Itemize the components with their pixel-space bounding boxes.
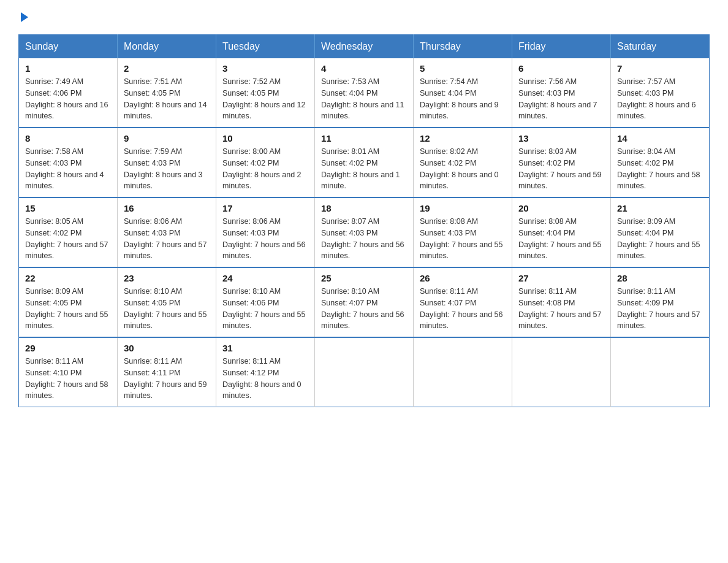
calendar-header-sunday: Sunday (19, 35, 118, 59)
day-number: 18 (321, 203, 407, 213)
day-info: Sunrise: 8:07 AM Sunset: 4:03 PM Dayligh… (321, 216, 407, 262)
calendar-cell: 20 Sunrise: 8:08 AM Sunset: 4:04 PM Dayl… (512, 197, 611, 267)
calendar-cell (315, 337, 414, 407)
day-number: 26 (420, 273, 506, 283)
day-number: 17 (222, 203, 308, 213)
calendar-cell: 6 Sunrise: 7:56 AM Sunset: 4:03 PM Dayli… (512, 58, 611, 128)
day-number: 9 (124, 133, 210, 144)
calendar-cell (512, 337, 611, 407)
day-number: 3 (222, 63, 308, 74)
day-number: 19 (420, 203, 506, 213)
calendar-cell: 19 Sunrise: 8:08 AM Sunset: 4:03 PM Dayl… (414, 197, 512, 267)
day-info: Sunrise: 7:49 AM Sunset: 4:06 PM Dayligh… (25, 76, 111, 122)
day-info: Sunrise: 7:52 AM Sunset: 4:05 PM Dayligh… (222, 76, 308, 122)
calendar-week-row: 1 Sunrise: 7:49 AM Sunset: 4:06 PM Dayli… (19, 58, 710, 128)
calendar-cell: 27 Sunrise: 8:11 AM Sunset: 4:08 PM Dayl… (512, 267, 611, 337)
day-info: Sunrise: 8:08 AM Sunset: 4:04 PM Dayligh… (518, 216, 604, 262)
calendar-cell: 29 Sunrise: 8:11 AM Sunset: 4:10 PM Dayl… (19, 337, 118, 407)
day-number: 16 (124, 203, 210, 213)
day-info: Sunrise: 7:58 AM Sunset: 4:03 PM Dayligh… (25, 146, 111, 192)
day-info: Sunrise: 8:04 AM Sunset: 4:02 PM Dayligh… (617, 146, 703, 192)
calendar-cell: 5 Sunrise: 7:54 AM Sunset: 4:04 PM Dayli… (414, 58, 512, 128)
calendar-header-friday: Friday (512, 35, 611, 59)
day-info: Sunrise: 8:09 AM Sunset: 4:05 PM Dayligh… (25, 286, 111, 332)
day-number: 5 (420, 63, 506, 74)
day-number: 4 (321, 63, 407, 74)
day-number: 1 (25, 63, 111, 74)
day-number: 28 (617, 273, 703, 283)
day-info: Sunrise: 7:59 AM Sunset: 4:03 PM Dayligh… (124, 146, 210, 192)
day-number: 13 (518, 133, 604, 144)
calendar-cell: 4 Sunrise: 7:53 AM Sunset: 4:04 PM Dayli… (315, 58, 414, 128)
calendar-cell: 16 Sunrise: 8:06 AM Sunset: 4:03 PM Dayl… (118, 197, 216, 267)
calendar-week-row: 29 Sunrise: 8:11 AM Sunset: 4:10 PM Dayl… (19, 337, 710, 407)
day-info: Sunrise: 7:54 AM Sunset: 4:04 PM Dayligh… (420, 76, 506, 122)
day-info: Sunrise: 8:05 AM Sunset: 4:02 PM Dayligh… (25, 216, 111, 262)
day-number: 31 (222, 343, 308, 353)
calendar-cell: 10 Sunrise: 8:00 AM Sunset: 4:02 PM Dayl… (216, 128, 315, 197)
calendar-header-wednesday: Wednesday (315, 35, 414, 59)
day-info: Sunrise: 8:00 AM Sunset: 4:02 PM Dayligh… (222, 146, 308, 192)
calendar-cell: 24 Sunrise: 8:10 AM Sunset: 4:06 PM Dayl… (216, 267, 315, 337)
day-info: Sunrise: 8:06 AM Sunset: 4:03 PM Dayligh… (124, 216, 210, 262)
day-number: 6 (518, 63, 604, 74)
calendar-cell (414, 337, 512, 407)
day-info: Sunrise: 8:02 AM Sunset: 4:02 PM Dayligh… (420, 146, 506, 192)
calendar-table: SundayMondayTuesdayWednesdayThursdayFrid… (18, 34, 710, 407)
calendar-cell: 18 Sunrise: 8:07 AM Sunset: 4:03 PM Dayl… (315, 197, 414, 267)
day-number: 25 (321, 273, 407, 283)
day-number: 30 (124, 343, 210, 353)
day-info: Sunrise: 8:08 AM Sunset: 4:03 PM Dayligh… (420, 216, 506, 262)
day-info: Sunrise: 8:11 AM Sunset: 4:07 PM Dayligh… (420, 286, 506, 332)
calendar-cell: 13 Sunrise: 8:03 AM Sunset: 4:02 PM Dayl… (512, 128, 611, 197)
calendar-cell: 30 Sunrise: 8:11 AM Sunset: 4:11 PM Dayl… (118, 337, 216, 407)
day-info: Sunrise: 8:06 AM Sunset: 4:03 PM Dayligh… (222, 216, 308, 262)
day-info: Sunrise: 8:10 AM Sunset: 4:07 PM Dayligh… (321, 286, 407, 332)
calendar-cell: 14 Sunrise: 8:04 AM Sunset: 4:02 PM Dayl… (611, 128, 710, 197)
calendar-cell: 7 Sunrise: 7:57 AM Sunset: 4:03 PM Dayli… (611, 58, 710, 128)
day-info: Sunrise: 8:09 AM Sunset: 4:04 PM Dayligh… (617, 216, 703, 262)
calendar-cell: 17 Sunrise: 8:06 AM Sunset: 4:03 PM Dayl… (216, 197, 315, 267)
calendar-cell (611, 337, 710, 407)
day-info: Sunrise: 8:11 AM Sunset: 4:11 PM Dayligh… (124, 356, 210, 402)
calendar-week-row: 8 Sunrise: 7:58 AM Sunset: 4:03 PM Dayli… (19, 128, 710, 197)
day-info: Sunrise: 8:11 AM Sunset: 4:10 PM Dayligh… (25, 356, 111, 402)
page-header (18, 12, 710, 22)
calendar-cell: 28 Sunrise: 8:11 AM Sunset: 4:09 PM Dayl… (611, 267, 710, 337)
calendar-header-thursday: Thursday (414, 35, 512, 59)
calendar-cell: 25 Sunrise: 8:10 AM Sunset: 4:07 PM Dayl… (315, 267, 414, 337)
calendar-cell: 2 Sunrise: 7:51 AM Sunset: 4:05 PM Dayli… (118, 58, 216, 128)
calendar-header-row: SundayMondayTuesdayWednesdayThursdayFrid… (19, 35, 710, 59)
day-info: Sunrise: 8:11 AM Sunset: 4:09 PM Dayligh… (617, 286, 703, 332)
day-number: 20 (518, 203, 604, 213)
calendar-cell: 12 Sunrise: 8:02 AM Sunset: 4:02 PM Dayl… (414, 128, 512, 197)
calendar-cell: 31 Sunrise: 8:11 AM Sunset: 4:12 PM Dayl… (216, 337, 315, 407)
day-number: 24 (222, 273, 308, 283)
day-number: 2 (124, 63, 210, 74)
calendar-cell: 8 Sunrise: 7:58 AM Sunset: 4:03 PM Dayli… (19, 128, 118, 197)
day-info: Sunrise: 7:57 AM Sunset: 4:03 PM Dayligh… (617, 76, 703, 122)
day-number: 15 (25, 203, 111, 213)
day-number: 23 (124, 273, 210, 283)
day-info: Sunrise: 7:51 AM Sunset: 4:05 PM Dayligh… (124, 76, 210, 122)
day-number: 22 (25, 273, 111, 283)
day-number: 8 (25, 133, 111, 144)
day-info: Sunrise: 8:11 AM Sunset: 4:08 PM Dayligh… (518, 286, 604, 332)
day-number: 29 (25, 343, 111, 353)
calendar-cell: 9 Sunrise: 7:59 AM Sunset: 4:03 PM Dayli… (118, 128, 216, 197)
calendar-header-monday: Monday (118, 35, 216, 59)
day-info: Sunrise: 8:01 AM Sunset: 4:02 PM Dayligh… (321, 146, 407, 192)
calendar-cell: 22 Sunrise: 8:09 AM Sunset: 4:05 PM Dayl… (19, 267, 118, 337)
day-info: Sunrise: 8:10 AM Sunset: 4:06 PM Dayligh… (222, 286, 308, 332)
day-number: 14 (617, 133, 703, 144)
day-info: Sunrise: 8:11 AM Sunset: 4:12 PM Dayligh… (222, 356, 308, 402)
day-number: 10 (222, 133, 308, 144)
calendar-cell: 21 Sunrise: 8:09 AM Sunset: 4:04 PM Dayl… (611, 197, 710, 267)
day-info: Sunrise: 8:10 AM Sunset: 4:05 PM Dayligh… (124, 286, 210, 332)
calendar-cell: 23 Sunrise: 8:10 AM Sunset: 4:05 PM Dayl… (118, 267, 216, 337)
day-info: Sunrise: 8:03 AM Sunset: 4:02 PM Dayligh… (518, 146, 604, 192)
day-number: 7 (617, 63, 703, 74)
logo-triangle-icon (21, 12, 28, 22)
calendar-cell: 11 Sunrise: 8:01 AM Sunset: 4:02 PM Dayl… (315, 128, 414, 197)
calendar-cell: 26 Sunrise: 8:11 AM Sunset: 4:07 PM Dayl… (414, 267, 512, 337)
